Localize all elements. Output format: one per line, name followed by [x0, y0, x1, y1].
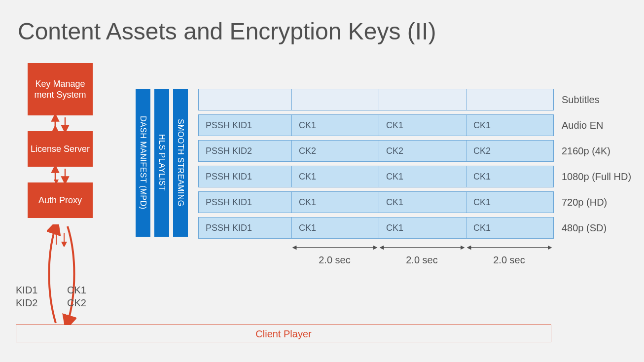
drm-stack: Key Manage ment System License Server Au…: [28, 63, 93, 218]
track-segment-cell: [466, 89, 554, 110]
track-segment-cell: CK2: [379, 140, 466, 162]
track-segment-cell: CK1: [379, 191, 466, 213]
track-segment-cell: CK2: [291, 140, 379, 162]
track-segment-cell: CK1: [291, 114, 379, 136]
key-management-system-box: Key Manage ment System: [28, 63, 93, 115]
manifest-smooth: SMOOTH STREAMING: [173, 89, 188, 237]
track-segment-cell: [379, 89, 466, 110]
track-label: Audio EN: [562, 120, 604, 131]
segment-duration-label: 2.0 sec: [493, 254, 525, 266]
manifest-hls: HLS PLAYLIST: [154, 89, 169, 237]
track-row: PSSH KID1CK1CK1CK1720p (HD): [198, 191, 631, 213]
segment-duration-row: 2.0 sec 2.0 sec 2.0 sec: [291, 244, 553, 266]
license-server-box: License Server: [28, 131, 93, 167]
track-segment-cell: CK2: [466, 140, 554, 162]
track-header-cell: PSSH KID1: [198, 217, 292, 239]
track-row: PSSH KID1CK1CK1CK11080p (Full HD): [198, 166, 631, 187]
track-segment-cell: CK1: [466, 166, 554, 187]
track-label: 2160p (4K): [562, 145, 610, 157]
track-segment-cell: [291, 89, 379, 110]
ck-labels: CK1 CK2: [67, 284, 86, 309]
license-server-label: License Server: [31, 144, 90, 155]
segment-duration-2: 2.0 sec: [378, 244, 465, 266]
track-row: PSSH KID1CK1CK1CK1Audio EN: [198, 114, 631, 136]
track-header-cell: PSSH KID1: [198, 166, 292, 187]
segment-duration-3: 2.0 sec: [465, 244, 553, 266]
track-segment-cell: CK1: [466, 114, 554, 136]
track-segment-cell: CK1: [291, 217, 379, 239]
track-segment-cell: CK1: [379, 217, 466, 239]
track-row: Subtitles: [198, 89, 631, 110]
curved-arrows-auth-client: [47, 224, 76, 325]
double-arrow-icon: [291, 244, 378, 252]
track-segment-cell: CK1: [466, 217, 554, 239]
kid-labels: KID1 KID2: [16, 284, 37, 309]
arrows-kms-license: [49, 115, 71, 131]
track-label: Subtitles: [562, 94, 600, 106]
track-label: 480p (SD): [562, 222, 607, 234]
double-arrow-icon: [379, 244, 465, 252]
double-arrow-icon: [466, 244, 553, 252]
segment-duration-label: 2.0 sec: [319, 254, 350, 266]
segment-duration-1: 2.0 sec: [291, 244, 378, 266]
track-label: 720p (HD): [562, 197, 607, 208]
track-header-cell: PSSH KID1: [198, 191, 292, 213]
track-segment-cell: CK1: [291, 191, 379, 213]
manifest-dash: DASH MANIFEST (MPD): [136, 89, 150, 237]
track-header-cell: PSSH KID1: [198, 114, 292, 136]
auth-proxy-label: Auth Proxy: [38, 195, 82, 206]
track-segment-cell: CK1: [466, 191, 554, 213]
track-row: PSSH KID2CK2CK2CK22160p (4K): [198, 140, 631, 162]
track-header-cell: [198, 89, 292, 110]
kms-label: Key Manage ment System: [34, 78, 86, 101]
track-label: 1080p (Full HD): [562, 171, 631, 182]
client-player-box: Client Player: [16, 325, 551, 342]
tracks-grid: SubtitlesPSSH KID1CK1CK1CK1Audio ENPSSH …: [198, 89, 631, 243]
segment-duration-label: 2.0 sec: [406, 254, 437, 266]
track-header-cell: PSSH KID2: [198, 140, 292, 162]
track-row: PSSH KID1CK1CK1CK1480p (SD): [198, 217, 631, 239]
arrows-license-auth: [49, 167, 71, 182]
track-segment-cell: CK1: [379, 166, 466, 187]
slide-title: Content Assets and Encryption Keys (II): [18, 18, 436, 45]
track-segment-cell: CK1: [291, 166, 379, 187]
track-segment-cell: CK1: [379, 114, 466, 136]
manifest-bars: DASH MANIFEST (MPD) HLS PLAYLIST SMOOTH …: [136, 89, 188, 237]
